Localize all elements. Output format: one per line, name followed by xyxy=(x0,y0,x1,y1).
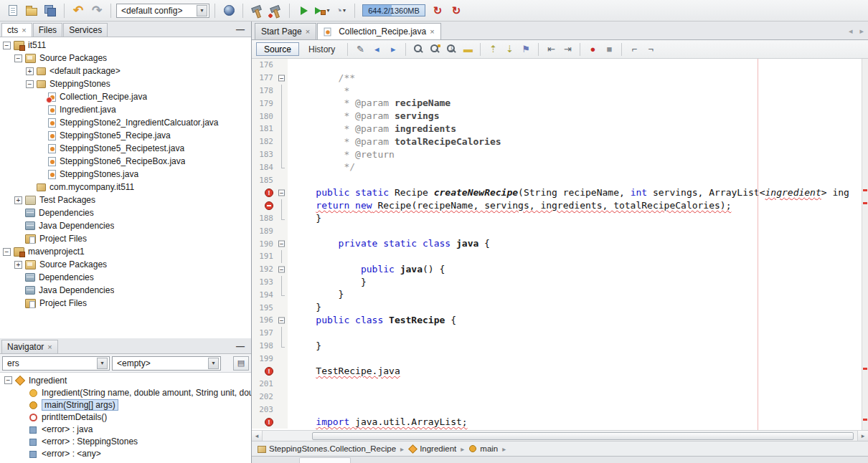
history-view-button[interactable]: History xyxy=(301,42,342,56)
run-button[interactable] xyxy=(295,2,312,19)
record-macro-button[interactable]: ● xyxy=(585,42,600,57)
toggle-bookmark-button[interactable]: ⚑ xyxy=(519,42,533,57)
fold-margin[interactable]: − xyxy=(276,186,288,199)
breadcrumb-item-steppingstones-collection-recipe[interactable]: SteppingStones.Collection_Recipe xyxy=(258,444,396,453)
clean-build-button[interactable] xyxy=(267,2,284,19)
open-project-button[interactable] xyxy=(23,2,40,19)
horizontal-scrollbar[interactable]: ◂ ▸ xyxy=(252,430,868,441)
new-file-button[interactable] xyxy=(4,2,22,19)
close-icon[interactable]: × xyxy=(22,26,26,34)
tree-item-java-dependencies[interactable]: Java Dependencies xyxy=(0,219,251,232)
find-selection-button[interactable]: ⇣ xyxy=(444,42,458,57)
chevron-down-icon[interactable]: ▾ xyxy=(343,7,346,14)
chevron-down-icon[interactable]: ▾ xyxy=(208,358,219,369)
error-stripe-mark[interactable] xyxy=(863,189,867,191)
fold-collapse-icon[interactable]: − xyxy=(278,75,285,81)
back-button[interactable]: ◂ xyxy=(369,42,384,57)
source-view-button[interactable]: Source xyxy=(256,42,299,56)
error-stripe-mark[interactable] xyxy=(863,202,867,204)
gc-2-button[interactable]: ↻ xyxy=(448,2,465,19)
next-occurrence-button[interactable]: ⇣ xyxy=(502,42,516,57)
scrollbar-thumb[interactable] xyxy=(312,432,854,440)
save-all-button[interactable] xyxy=(42,2,59,19)
tree-item-com-mycompany-it511[interactable]: com.mycompany.it511 xyxy=(0,181,251,194)
tree-item-source-packages[interactable]: +Source Packages xyxy=(0,258,251,271)
gc-button[interactable]: ↻ xyxy=(429,2,446,19)
find-button[interactable] xyxy=(411,42,425,57)
error-stripe-mark[interactable] xyxy=(863,368,867,370)
profile-button[interactable]: ◔▾ xyxy=(332,2,349,19)
uncomment-button[interactable]: ¬ xyxy=(643,42,658,57)
code-editor[interactable]: 176177− /**178 *179 * @param recipeName1… xyxy=(252,59,868,430)
breadcrumb-item-ingredient[interactable]: Ingredient xyxy=(408,444,456,453)
breadcrumb-item-main[interactable]: main xyxy=(468,444,498,453)
scroll-tabs-left-icon[interactable]: ◂ xyxy=(849,27,853,36)
tree-item-collection-recipe-java[interactable]: Collection_Recipe.java xyxy=(0,90,251,103)
navigator-item-ingredient[interactable]: −Ingredient xyxy=(0,374,251,386)
scroll-right-icon[interactable]: ▸ xyxy=(857,431,868,441)
tree-item-dependencies[interactable]: Dependencies xyxy=(0,206,251,219)
tree-item-ingredient-java[interactable]: Ingredient.java xyxy=(0,103,251,116)
output-tab-stub[interactable] xyxy=(299,457,351,463)
expand-icon[interactable]: + xyxy=(14,261,22,269)
memory-gauge[interactable]: 644.2/1360MB xyxy=(362,4,425,16)
last-edit-button[interactable]: ✎ xyxy=(353,42,367,57)
debug-button[interactable]: ▾ xyxy=(313,2,331,19)
tab-collection-recipe-java[interactable]: Collection_Recipe.java× xyxy=(317,23,441,39)
navigator-item-ingredient-string-name-double-amount-string-unit-double[interactable]: Ingredient(String name, double amount, S… xyxy=(0,386,251,398)
navigator-item-item[interactable] xyxy=(0,459,251,463)
fold-margin[interactable]: − xyxy=(276,237,288,250)
tab-start-page[interactable]: Start Page× xyxy=(255,23,316,39)
chevron-down-icon[interactable]: ▾ xyxy=(97,358,108,369)
navigator-filter-select[interactable]: <empty> ▾ xyxy=(112,356,221,371)
redo-button[interactable]: ↷ xyxy=(88,2,105,19)
error-badge-icon[interactable]: ! xyxy=(265,367,273,376)
navigator-item-error-java[interactable]: <error> : java xyxy=(0,423,251,435)
error-stripe-mark[interactable] xyxy=(863,419,867,421)
tree-item-project-files[interactable]: Project Files xyxy=(0,232,251,245)
collapse-icon[interactable]: − xyxy=(3,42,11,49)
tree-item-source-packages[interactable]: −Source Packages xyxy=(0,52,251,65)
collapse-icon[interactable]: − xyxy=(4,376,12,384)
tree-item-steppingstones[interactable]: −SteppingStones xyxy=(0,77,251,90)
fold-margin[interactable]: − xyxy=(276,72,288,85)
fold-margin[interactable]: − xyxy=(276,263,288,276)
chevron-down-icon[interactable]: ▾ xyxy=(326,7,329,14)
tree-item-steppingstone6-recipebox-java[interactable]: SteppingStone6_RecipeBox.java xyxy=(0,155,251,168)
comment-button[interactable]: ⌐ xyxy=(627,42,641,57)
panel-tab-cts[interactable]: cts× xyxy=(1,23,32,37)
tree-item-it511[interactable]: −it511 xyxy=(0,39,251,52)
fold-collapse-icon[interactable]: − xyxy=(278,317,285,323)
forward-button[interactable]: ▸ xyxy=(386,42,400,57)
panel-tab-files[interactable]: Files xyxy=(33,23,62,37)
scroll-left-icon[interactable]: ◂ xyxy=(252,431,263,441)
navigator-item-error-any[interactable]: <error> : <any> xyxy=(0,447,251,459)
shift-right-button[interactable]: ⇥ xyxy=(560,42,575,57)
deploy-button[interactable] xyxy=(220,2,237,19)
fold-collapse-icon[interactable]: − xyxy=(278,266,285,272)
navigator-scope-select[interactable]: ers ▾ xyxy=(2,356,110,371)
tree-item-java-dependencies[interactable]: Java Dependencies xyxy=(0,284,251,297)
close-icon[interactable]: × xyxy=(430,27,434,36)
undo-button[interactable]: ↶ xyxy=(70,2,87,19)
navigator-item-main-string-args[interactable]: main(String[] args) xyxy=(0,398,251,411)
error-stop-icon[interactable] xyxy=(265,201,273,210)
highlight-button[interactable]: ▬ xyxy=(461,42,475,57)
navigator-item-printitemdetails[interactable]: printItemDetails() xyxy=(0,411,251,423)
close-icon[interactable]: × xyxy=(47,343,52,351)
panel-tab-services[interactable]: Services xyxy=(63,23,108,37)
tree-item-steppingstones-java[interactable]: SteppingStones.java xyxy=(0,168,251,181)
close-icon[interactable]: × xyxy=(306,27,310,36)
expand-icon[interactable]: + xyxy=(26,67,34,75)
fold-collapse-icon[interactable]: − xyxy=(278,241,285,247)
build-button[interactable] xyxy=(248,2,265,19)
tree-item-steppingstone5-recipetest-java[interactable]: SteppingStone5_Recipetest.java xyxy=(0,142,251,155)
tree-item-steppingstone2-ingredientcalcuator-java[interactable]: SteppingStone2_IngredientCalcuator.java xyxy=(0,116,251,129)
tree-item-dependencies[interactable]: Dependencies xyxy=(0,271,251,284)
chevron-down-icon[interactable]: ▾ xyxy=(197,5,207,16)
tree-item-steppingstone5-recipe-java[interactable]: SteppingStone5_Recipe.java xyxy=(0,129,251,142)
tree-item-test-packages[interactable]: +Test Packages xyxy=(0,194,251,206)
navigator-item-error-steppingstones[interactable]: <error> : SteppingStones xyxy=(0,435,251,447)
shift-left-button[interactable]: ⇤ xyxy=(544,42,558,57)
fold-margin[interactable]: − xyxy=(276,314,288,327)
